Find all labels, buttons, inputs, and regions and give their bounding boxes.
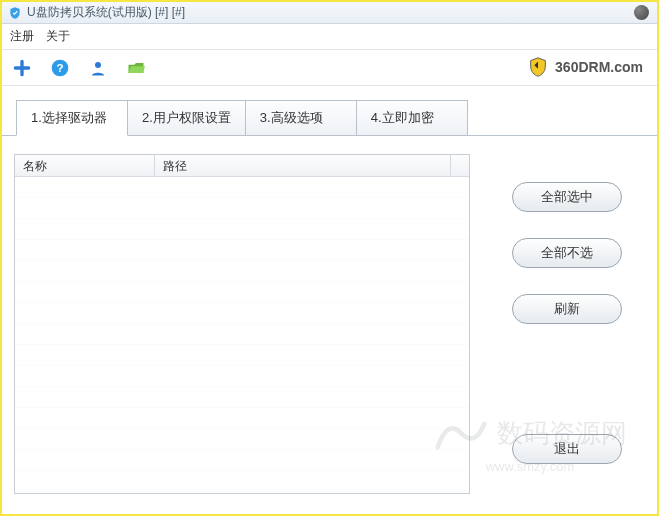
- table-body[interactable]: [15, 177, 469, 493]
- open-icon[interactable]: [124, 56, 148, 80]
- column-spacer: [451, 155, 469, 176]
- refresh-button[interactable]: 刷新: [512, 294, 622, 324]
- brand-logo: 360DRM.com: [527, 56, 643, 78]
- content-area: 名称 路径 全部选中 全部不选 刷新 退出: [2, 135, 657, 515]
- table-header: 名称 路径: [15, 155, 469, 177]
- titlebar: U盘防拷贝系统(试用版) [#] [#]: [2, 2, 657, 24]
- user-icon[interactable]: [86, 56, 110, 80]
- help-icon[interactable]: ?: [48, 56, 72, 80]
- tab-label: 4.立即加密: [371, 110, 434, 125]
- button-label: 全部选中: [541, 188, 593, 206]
- button-label: 刷新: [554, 300, 580, 318]
- add-icon[interactable]: [10, 56, 34, 80]
- select-all-button[interactable]: 全部选中: [512, 182, 622, 212]
- menu-register[interactable]: 注册: [10, 28, 34, 45]
- window-title: U盘防拷贝系统(试用版) [#] [#]: [27, 4, 185, 21]
- button-label: 全部不选: [541, 244, 593, 262]
- shield-icon: [8, 6, 22, 20]
- tab-advanced-options[interactable]: 3.高级选项: [245, 100, 357, 136]
- select-none-button[interactable]: 全部不选: [512, 238, 622, 268]
- drive-table: 名称 路径: [14, 154, 470, 494]
- column-name[interactable]: 名称: [15, 155, 155, 176]
- button-label: 退出: [554, 440, 580, 458]
- tab-select-drive[interactable]: 1.选择驱动器: [16, 100, 128, 136]
- exit-button[interactable]: 退出: [512, 434, 622, 464]
- side-buttons: 全部选中 全部不选 刷新 退出: [512, 154, 622, 503]
- menu-about[interactable]: 关于: [46, 28, 70, 45]
- menubar: 注册 关于: [2, 24, 657, 50]
- brand-text: 360DRM.com: [555, 59, 643, 75]
- titlebar-controls: [634, 5, 649, 23]
- column-path[interactable]: 路径: [155, 155, 451, 176]
- tab-label: 1.选择驱动器: [31, 110, 107, 125]
- svg-text:?: ?: [56, 61, 63, 74]
- tabstrip: 1.选择驱动器 2.用户权限设置 3.高级选项 4.立即加密: [16, 100, 657, 136]
- tab-encrypt-now[interactable]: 4.立即加密: [356, 100, 468, 136]
- svg-point-2: [95, 62, 101, 68]
- window-control-icon[interactable]: [634, 5, 649, 20]
- tab-label: 3.高级选项: [260, 110, 323, 125]
- brand-shield-icon: [527, 56, 549, 78]
- tab-label: 2.用户权限设置: [142, 110, 231, 125]
- toolbar: ? 360DRM.com: [2, 50, 657, 86]
- tab-user-permissions[interactable]: 2.用户权限设置: [127, 100, 246, 136]
